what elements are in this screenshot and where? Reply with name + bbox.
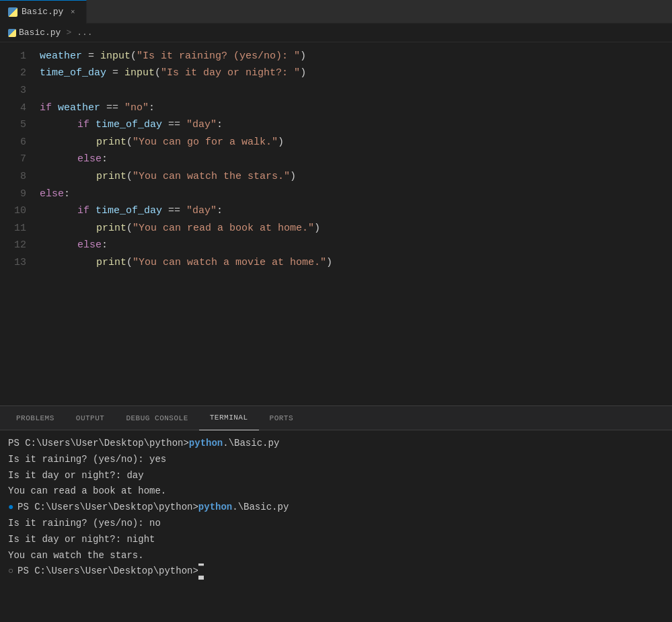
line-num-11: 11 [0, 220, 26, 237]
terminal-run2-q1: Is it raining? (yes/no): no [8, 516, 161, 532]
code-line-8: print ( "You can watch the stars." ) [40, 168, 672, 186]
tab-terminal[interactable]: TERMINAL [199, 406, 259, 430]
terminal-body[interactable]: PS C:\Users\User\Desktop\python> python … [0, 430, 672, 622]
terminal-prompt-1: PS C:\Users\User\Desktop\python> [8, 436, 189, 452]
code-line-13: print ( "You can watch a movie at home."… [40, 254, 672, 272]
code-line-5: if time_of_day == "day" : [40, 116, 672, 134]
code-line-7: else : [40, 151, 672, 169]
line-num-8: 8 [0, 168, 26, 186]
tab-basic-py[interactable]: Basic.py × [0, 0, 87, 24]
terminal-run1-q2-line: Is it day or night?: day [8, 468, 664, 484]
line-num-3: 3 [0, 82, 26, 100]
line-num-10: 10 [0, 202, 26, 220]
terminal-run1-q1: Is it raining? (yes/no): yes [8, 452, 166, 468]
terminal-run2-result: You can watch the stars. [8, 548, 144, 564]
line-num-9: 9 [0, 186, 26, 203]
code-line-11: print ( "You can read a book at home." ) [40, 220, 672, 237]
terminal-run1-result-line: You can read a book at home. [8, 483, 664, 500]
breadcrumb-python-icon [8, 29, 16, 37]
terminal-run2-path: .\Basic.py [232, 500, 289, 516]
terminal-run1-path: .\Basic.py [223, 436, 279, 452]
line-num-2: 2 [0, 65, 26, 83]
breadcrumb-separator: > [66, 28, 71, 38]
code-line-10: if time_of_day == "day" : [40, 202, 672, 220]
terminal-bullet-empty: ○ [8, 563, 17, 580]
code-line-1: weather = input ( "Is it raining? (yes/n… [40, 48, 672, 65]
terminal-run2-q1-line: Is it raining? (yes/no): no [8, 516, 664, 532]
terminal-prompt-2: PS C:\Users\User\Desktop\python> [17, 500, 198, 516]
terminal-run1-q1-line: Is it raining? (yes/no): yes [8, 452, 664, 468]
line-num-12: 12 [0, 237, 26, 255]
line-num-6: 6 [0, 134, 26, 151]
terminal-current-prompt-line: ○ PS C:\Users\User\Desktop\python> █ [8, 563, 664, 580]
terminal-run2-cmd-line: ● PS C:\Users\User\Desktop\python> pytho… [8, 500, 664, 516]
panel: PROBLEMS OUTPUT DEBUG CONSOLE TERMINAL P… [0, 405, 672, 622]
line-num-4: 4 [0, 100, 26, 117]
code-line-9: else : [40, 186, 672, 203]
terminal-run2-cmd: python [198, 500, 232, 516]
python-icon [8, 7, 17, 17]
line-num-1: 1 [0, 48, 26, 65]
line-num-5: 5 [0, 116, 26, 134]
code-area: 1 2 3 4 5 6 7 8 9 10 11 12 13 weather = … [0, 42, 672, 405]
line-num-13: 13 [0, 254, 26, 272]
terminal-run2-q2: Is it day or night?: night [8, 532, 155, 548]
code-line-4: if weather == "no" : [40, 100, 672, 117]
terminal-run1-result: You can read a book at home. [8, 483, 166, 500]
terminal-run2-result-line: You can watch the stars. [8, 548, 664, 564]
code-line-3 [40, 82, 672, 100]
code-line-12: else : [40, 237, 672, 255]
terminal-run1-cmd: python [189, 436, 223, 452]
line-numbers: 1 2 3 4 5 6 7 8 9 10 11 12 13 [0, 48, 37, 400]
terminal-bullet-filled: ● [8, 500, 17, 516]
tab-bar: Basic.py × [0, 0, 672, 24]
code-lines: weather = input ( "Is it raining? (yes/n… [37, 48, 672, 400]
code-line-6: print ( "You can go for a walk." ) [40, 134, 672, 151]
line-num-7: 7 [0, 151, 26, 169]
tab-close-button[interactable]: × [67, 7, 78, 17]
breadcrumb: Basic.py > ... [0, 24, 672, 42]
tab-output[interactable]: OUTPUT [65, 406, 116, 430]
breadcrumb-filename: Basic.py [19, 28, 61, 38]
breadcrumb-rest: ... [77, 28, 92, 38]
terminal-run1-cmd-line: PS C:\Users\User\Desktop\python> python … [8, 436, 664, 452]
terminal-cursor: █ [198, 563, 204, 580]
tab-debug-console[interactable]: DEBUG CONSOLE [115, 406, 198, 430]
tab-problems[interactable]: PROBLEMS [5, 406, 65, 430]
editor[interactable]: 1 2 3 4 5 6 7 8 9 10 11 12 13 weather = … [0, 42, 672, 405]
terminal-run2-q2-line: Is it day or night?: night [8, 532, 664, 548]
code-line-2: time_of_day = input ( "Is it day or nigh… [40, 65, 672, 83]
tab-filename: Basic.py [22, 7, 63, 17]
tab-ports[interactable]: PORTS [259, 406, 305, 430]
terminal-run1-q2: Is it day or night?: day [8, 468, 144, 484]
panel-tabs: PROBLEMS OUTPUT DEBUG CONSOLE TERMINAL P… [0, 406, 672, 430]
terminal-current-prompt: PS C:\Users\User\Desktop\python> [17, 563, 198, 580]
